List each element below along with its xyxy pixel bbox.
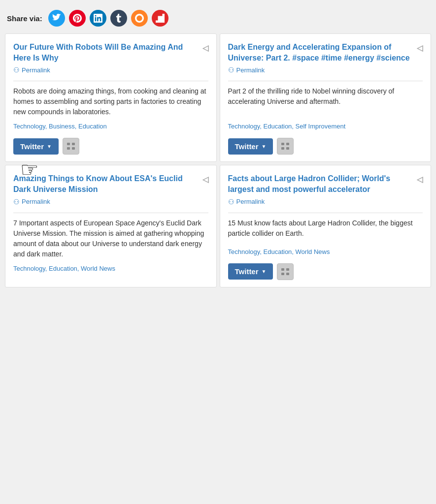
card-4-description: 15 Must know facts about Large Hadron Co… (228, 218, 423, 243)
card-4-tags: Technology, Education, World News (228, 248, 423, 256)
card-3-permalink[interactable]: ⚇ Permalink (13, 198, 208, 206)
card-3-divider (13, 213, 208, 213)
svg-rect-5 (286, 143, 289, 145)
permalink-icon-2: ⚇ (228, 66, 235, 74)
card-3-description: 7 Important aspects of European Space Ag… (13, 218, 208, 259)
card-2: Dark Energy and Accelerating Expansion o… (220, 33, 432, 162)
svg-rect-2 (67, 147, 70, 150)
share-bar: Share via: (5, 5, 431, 33)
card-1-twitter-button[interactable]: Twitter ▼ (13, 138, 59, 155)
card-1: Our Future With Robots Will Be Amazing A… (5, 33, 217, 162)
card-4-permalink[interactable]: ⚇ Permalink (228, 198, 423, 206)
card-3: Amazing Things to Know About ESA's Eucli… (5, 165, 217, 287)
card-4-share-icon[interactable]: ◁ (417, 174, 423, 185)
card-2-divider (228, 81, 423, 81)
card-1-title[interactable]: Our Future With Robots Will Be Amazing A… (13, 42, 200, 63)
card-4: Facts about Large Hadron Collider; World… (220, 165, 432, 287)
share-label: Share via: (7, 14, 42, 23)
svg-rect-3 (72, 147, 75, 150)
svg-rect-10 (281, 273, 284, 275)
card-1-description: Robots are doing amazing things, from co… (13, 86, 208, 117)
card-2-title[interactable]: Dark Energy and Accelerating Expansion o… (228, 42, 414, 63)
card-2-share-icon[interactable]: ◁ (417, 43, 423, 54)
card-4-permalink-label: Permalink (236, 198, 265, 205)
card-3-title-row: Amazing Things to Know About ESA's Eucli… (13, 173, 208, 194)
svg-rect-1 (72, 143, 75, 145)
card-2-tags: Technology, Education, Self Improvement (228, 122, 423, 131)
card-3-title[interactable]: Amazing Things to Know About ESA's Eucli… (13, 173, 200, 194)
card-2-grid-button[interactable] (277, 138, 294, 155)
tumblr-share-icon[interactable] (110, 10, 127, 27)
twitter-share-icon[interactable] (48, 10, 65, 27)
card-1-permalink-label: Permalink (22, 66, 50, 74)
card-2-twitter-label: Twitter (235, 142, 259, 151)
permalink-icon-1: ⚇ (13, 66, 20, 74)
permalink-icon-3: ⚇ (13, 198, 20, 206)
card-1-divider (13, 81, 208, 81)
card-2-permalink-label: Permalink (236, 66, 265, 74)
card-1-twitter-label: Twitter (20, 142, 44, 151)
card-3-tags: Technology, Education, World News (13, 264, 208, 273)
card-4-twitter-caret: ▼ (262, 269, 267, 274)
cards-grid: Our Future With Robots Will Be Amazing A… (5, 33, 431, 287)
card-2-twitter-caret: ▼ (262, 144, 267, 149)
card-2-title-row: Dark Energy and Accelerating Expansion o… (228, 42, 423, 63)
svg-rect-6 (281, 147, 284, 150)
card-2-permalink[interactable]: ⚇ Permalink (228, 66, 423, 74)
card-4-actions: Twitter ▼ (228, 263, 423, 280)
card-1-permalink[interactable]: ⚇ Permalink (13, 66, 208, 74)
svg-rect-11 (286, 273, 289, 275)
svg-rect-4 (281, 143, 284, 145)
card-1-twitter-caret: ▼ (47, 144, 52, 149)
card-4-grid-button[interactable] (277, 263, 294, 280)
card-3-permalink-label: Permalink (22, 198, 50, 205)
card-1-title-row: Our Future With Robots Will Be Amazing A… (13, 42, 208, 63)
card-2-twitter-button[interactable]: Twitter ▼ (228, 138, 273, 155)
svg-rect-7 (286, 147, 289, 150)
pinterest-share-icon[interactable] (69, 10, 86, 27)
card-1-share-icon[interactable]: ◁ (202, 43, 208, 54)
card-2-actions: Twitter ▼ (228, 138, 423, 155)
card-4-title-row: Facts about Large Hadron Collider; World… (228, 173, 423, 194)
mix-share-icon[interactable] (131, 10, 148, 27)
card-4-twitter-label: Twitter (235, 267, 259, 276)
linkedin-share-icon[interactable] (90, 10, 106, 27)
card-4-title[interactable]: Facts about Large Hadron Collider; World… (228, 173, 414, 194)
permalink-icon-4: ⚇ (228, 198, 235, 206)
svg-rect-9 (286, 268, 289, 271)
flipboard-share-icon[interactable] (152, 10, 168, 27)
card-1-tags: Technology, Business, Education (13, 122, 208, 131)
card-4-twitter-button[interactable]: Twitter ▼ (228, 263, 273, 280)
card-1-actions: Twitter ▼ ☞ (13, 138, 208, 155)
card-1-grid-button[interactable] (63, 138, 79, 155)
card-4-divider (228, 213, 423, 213)
svg-rect-8 (281, 268, 284, 271)
card-3-share-icon[interactable]: ◁ (202, 174, 208, 185)
svg-rect-0 (67, 143, 70, 145)
card-2-description: Part 2 of the thrilling ride to Nobel wi… (228, 86, 423, 117)
